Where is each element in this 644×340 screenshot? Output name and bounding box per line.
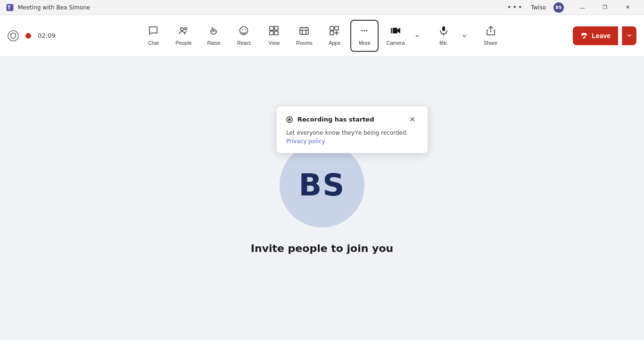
camera-button[interactable]: Camera bbox=[380, 20, 410, 52]
svg-point-17 bbox=[366, 30, 368, 32]
window-controls: — ❐ ✕ bbox=[571, 0, 638, 15]
more-label: More bbox=[359, 40, 371, 46]
user-avatar-small[interactable]: BS bbox=[553, 2, 564, 13]
chat-button[interactable]: Chat bbox=[139, 20, 167, 52]
call-timer: 02:09 bbox=[38, 32, 55, 39]
people-button[interactable]: People bbox=[169, 20, 198, 52]
camera-label: Camera bbox=[386, 40, 405, 46]
svg-point-16 bbox=[364, 30, 365, 32]
notification-close-button[interactable]: ✕ bbox=[406, 114, 418, 125]
main-content: Recording has started ✕ Let everyone kno… bbox=[0, 57, 644, 340]
title-bar: T Meeting with Bea Simone ••• Twiso BS —… bbox=[0, 0, 644, 15]
maximize-button[interactable]: ❐ bbox=[594, 0, 616, 15]
apps-button[interactable]: Apps bbox=[320, 20, 348, 52]
svg-rect-14 bbox=[330, 31, 334, 35]
raise-button[interactable]: Raise bbox=[199, 20, 228, 52]
raise-label: Raise bbox=[207, 40, 220, 46]
svg-rect-20 bbox=[442, 26, 445, 31]
apps-label: Apps bbox=[329, 40, 340, 46]
teams-logo-icon: T bbox=[6, 3, 14, 12]
notification-header: Recording has started ✕ bbox=[286, 114, 418, 125]
svg-text:T: T bbox=[8, 5, 11, 10]
leave-phone-icon bbox=[580, 32, 588, 40]
people-label: People bbox=[175, 40, 191, 46]
raise-icon bbox=[208, 25, 219, 38]
notification-title: Recording has started bbox=[297, 116, 374, 123]
toolbar-status: 02:09 bbox=[8, 30, 55, 41]
mic-group: Mic bbox=[429, 20, 475, 52]
svg-point-6 bbox=[245, 29, 246, 30]
record-indicator bbox=[24, 31, 33, 40]
notification-body: Let everyone know they're being recorded… bbox=[286, 129, 418, 146]
recording-notification: Recording has started ✕ Let everyone kno… bbox=[277, 106, 428, 153]
svg-rect-8 bbox=[274, 26, 278, 30]
invite-text: Invite people to join you bbox=[251, 243, 393, 254]
rooms-label: Rooms bbox=[296, 40, 313, 46]
svg-rect-12 bbox=[330, 26, 334, 30]
toolbar: 02:09 Chat People bbox=[0, 15, 644, 57]
camera-group: Camera bbox=[380, 20, 427, 52]
camera-icon bbox=[390, 25, 401, 38]
apps-icon bbox=[329, 25, 339, 38]
svg-point-15 bbox=[362, 30, 363, 32]
share-label: Share bbox=[484, 40, 497, 46]
center-content: BS Invite people to join you bbox=[251, 143, 393, 254]
more-button[interactable]: More bbox=[350, 20, 379, 52]
svg-rect-18 bbox=[391, 28, 397, 33]
mic-label: Mic bbox=[439, 40, 447, 46]
user-name-label: Twiso bbox=[531, 4, 546, 11]
share-icon bbox=[486, 25, 496, 38]
leave-button[interactable]: Leave bbox=[573, 26, 618, 45]
recording-status-icon bbox=[286, 116, 293, 123]
react-button[interactable]: React bbox=[230, 20, 258, 52]
window-title: Meeting with Bea Simone bbox=[18, 4, 90, 11]
rooms-button[interactable]: Rooms bbox=[290, 20, 318, 52]
more-icon bbox=[359, 25, 370, 38]
react-label: React bbox=[237, 40, 251, 46]
camera-expand-button[interactable] bbox=[411, 20, 424, 52]
svg-point-2 bbox=[181, 28, 183, 31]
svg-rect-11 bbox=[300, 28, 308, 34]
title-bar-right: ••• Twiso BS — ❐ ✕ bbox=[507, 0, 638, 15]
react-icon bbox=[239, 25, 249, 38]
rooms-icon bbox=[299, 25, 309, 38]
privacy-policy-link[interactable]: Privacy policy bbox=[286, 138, 325, 145]
title-bar-left: T Meeting with Bea Simone bbox=[6, 3, 90, 12]
svg-point-3 bbox=[185, 28, 187, 30]
shield-icon bbox=[8, 30, 19, 41]
chat-label: Chat bbox=[148, 40, 159, 46]
svg-rect-9 bbox=[270, 31, 273, 35]
svg-rect-7 bbox=[270, 26, 273, 30]
toolbar-right: Leave bbox=[573, 26, 636, 45]
avatar-initials: BS bbox=[299, 168, 346, 202]
toolbar-center: Chat People Raise bbox=[139, 20, 504, 52]
view-label: View bbox=[269, 40, 280, 46]
leave-expand-button[interactable] bbox=[622, 26, 636, 45]
people-icon bbox=[178, 25, 189, 38]
chat-icon bbox=[148, 25, 158, 38]
close-button[interactable]: ✕ bbox=[617, 0, 638, 15]
mic-icon bbox=[438, 25, 449, 38]
minimize-button[interactable]: — bbox=[571, 0, 593, 15]
share-button[interactable]: Share bbox=[477, 20, 505, 52]
mic-expand-button[interactable] bbox=[458, 20, 471, 52]
view-button[interactable]: View bbox=[260, 20, 288, 52]
svg-rect-10 bbox=[274, 31, 278, 35]
view-icon bbox=[269, 25, 279, 38]
mic-button[interactable]: Mic bbox=[429, 20, 458, 52]
participant-avatar: BS bbox=[280, 143, 364, 227]
svg-rect-13 bbox=[335, 26, 339, 30]
more-options-dots[interactable]: ••• bbox=[507, 3, 523, 12]
svg-point-5 bbox=[242, 29, 243, 30]
leave-label: Leave bbox=[592, 32, 611, 40]
